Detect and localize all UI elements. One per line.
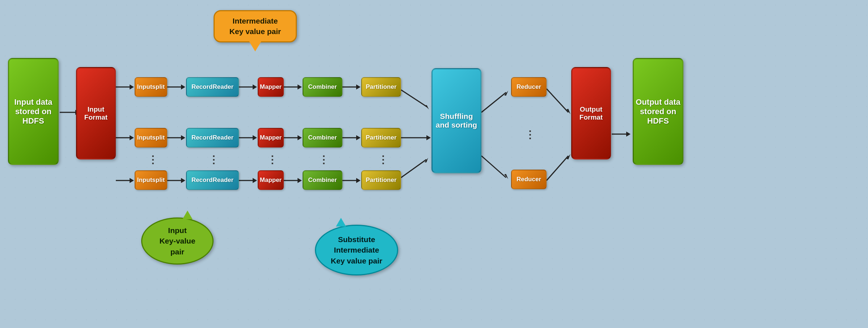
svg-marker-17 — [181, 135, 185, 140]
dots-combiner: ⋮ — [319, 154, 329, 166]
combiner-row2: Combiner — [303, 128, 342, 148]
svg-marker-29 — [181, 178, 185, 183]
reducer-2: Reducer — [511, 170, 547, 189]
input-kv-bubble: Input Key-value pair — [141, 217, 214, 265]
dots-inputsplit: ⋮ — [148, 154, 158, 166]
svg-marker-47 — [626, 132, 631, 137]
substitute-label: Substitute Intermediate Key value pair — [331, 234, 382, 266]
svg-marker-3 — [130, 84, 134, 90]
svg-marker-19 — [253, 135, 257, 140]
mapper-row3: Mapper — [258, 170, 284, 190]
svg-line-38 — [481, 92, 506, 112]
svg-line-36 — [401, 159, 426, 178]
svg-marker-23 — [356, 135, 361, 140]
svg-marker-15 — [130, 135, 134, 140]
dots-mapper: ⋮ — [267, 154, 277, 166]
combiner-row3: Combiner — [303, 170, 342, 190]
svg-marker-7 — [253, 84, 257, 90]
input-data-block: Input data stored on HDFS — [8, 58, 59, 165]
mapper-row2: Mapper — [258, 128, 284, 148]
svg-marker-35 — [356, 178, 361, 183]
svg-marker-9 — [298, 84, 302, 90]
shuffling-block: Shuffling and sorting — [431, 68, 481, 173]
dots-reducer: ⋮ — [525, 129, 535, 141]
mapper-row1: Mapper — [258, 77, 284, 97]
output-format-block: Output Format — [571, 67, 611, 159]
svg-line-42 — [547, 89, 568, 112]
output-data-label: Output data stored on HDFS — [634, 97, 682, 126]
svg-marker-45 — [566, 154, 570, 159]
combiner-row1: Combiner — [303, 77, 342, 97]
svg-marker-39 — [504, 91, 508, 96]
input-format-block: Input Format — [76, 67, 116, 159]
output-format-label: Output Format — [572, 105, 610, 121]
svg-line-40 — [481, 156, 506, 178]
svg-marker-11 — [356, 84, 361, 90]
diagram-container: Input data stored on HDFS Input Format I… — [0, 0, 868, 328]
inputsplit-row1: Inputsplit — [135, 77, 167, 97]
svg-marker-25 — [426, 135, 431, 140]
svg-line-12 — [401, 90, 427, 107]
partitioner-row3: Partitioner — [361, 170, 401, 190]
intermediate-label: Intermediate Key value pair — [229, 17, 281, 36]
output-data-block: Output data stored on HDFS — [633, 58, 683, 165]
partitioner-row2: Partitioner — [361, 128, 401, 148]
inputsplit-row2: Inputsplit — [135, 128, 167, 148]
recordreader-row1: RecordReader — [186, 77, 239, 97]
svg-marker-21 — [298, 135, 302, 140]
shuffling-label: Shuffling and sorting — [433, 112, 480, 129]
dots-partitioner: ⋮ — [378, 154, 388, 166]
input-kv-label: Input Key-value pair — [159, 225, 195, 257]
input-data-label: Input data stored on HDFS — [9, 97, 58, 126]
svg-marker-5 — [181, 84, 185, 90]
svg-marker-43 — [566, 109, 570, 114]
recordreader-row3: RecordReader — [186, 170, 239, 190]
reducer-1: Reducer — [511, 77, 547, 97]
svg-marker-27 — [130, 178, 134, 183]
input-format-label: Input Format — [77, 105, 115, 121]
svg-marker-13 — [425, 105, 429, 109]
dots-recordreader: ⋮ — [208, 154, 219, 166]
partitioner-row1: Partitioner — [361, 77, 401, 97]
svg-marker-33 — [298, 178, 302, 183]
inputsplit-row3: Inputsplit — [135, 170, 167, 190]
intermediate-bubble: Intermediate Key value pair — [214, 10, 297, 42]
svg-line-44 — [547, 156, 568, 180]
recordreader-row2: RecordReader — [186, 128, 239, 148]
svg-marker-37 — [425, 158, 428, 162]
svg-marker-41 — [504, 174, 508, 179]
svg-marker-31 — [253, 178, 257, 183]
substitute-bubble: Substitute Intermediate Key value pair — [315, 225, 398, 275]
